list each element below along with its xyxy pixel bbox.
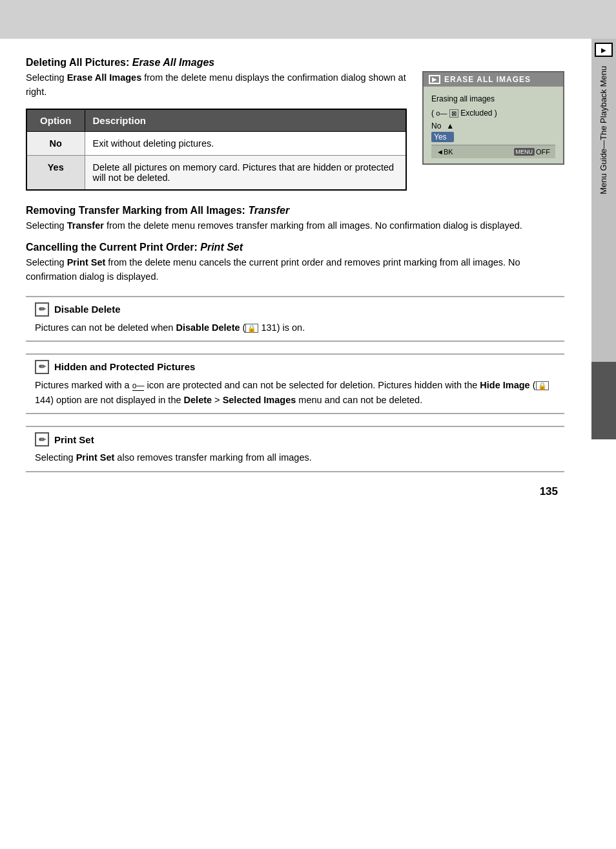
note3-title-text: Print Set — [54, 434, 94, 445]
camera-ui-line2: ( o— ⊠ Excluded ) — [431, 107, 555, 119]
section1-intro-bold: Erase All Images — [67, 72, 142, 83]
note2-body: Pictures marked with a o— icon are prote… — [35, 378, 555, 408]
table-row: No Exit without deleting pictures. — [26, 131, 406, 155]
camera-ui: ▶ ERASE ALL IMAGES Erasing all images ( … — [422, 71, 564, 165]
section1-title: Deleting All Pictures: Erase All Images — [26, 57, 564, 68]
options-table: Option Description No Exit without delet… — [26, 109, 407, 191]
section2-title-italic: Transfer — [248, 205, 289, 216]
note1-body-pre: Pictures can not be deleted when — [35, 322, 176, 333]
note3-box: ✏ Print Set Selecting Print Set also rem… — [26, 426, 564, 472]
section2-title: Removing Transfer Marking from All Image… — [26, 205, 564, 216]
top-bar — [0, 0, 616, 39]
note3-title: ✏ Print Set — [35, 432, 555, 446]
note2-title-text: Hidden and Protected Pictures — [54, 361, 195, 372]
section3-title-italic: Print Set — [200, 242, 243, 253]
section1-title-italic: Erase All Images — [132, 57, 214, 68]
camera-play-icon: ▶ — [429, 75, 440, 84]
section3-title-text: Cancelling the Current Print Order: — [26, 242, 200, 253]
note1-title: ✏ Disable Delete — [35, 302, 555, 317]
note3-icon: ✏ — [35, 432, 49, 446]
section3-title: Cancelling the Current Print Order: Prin… — [26, 242, 564, 253]
menu-badge: MENU — [514, 148, 535, 156]
top-section: Selecting Erase All Images from the dele… — [26, 71, 564, 191]
table-area: Selecting Erase All Images from the dele… — [26, 71, 407, 191]
section2-intro: Selecting Transfer from the delete menu … — [26, 219, 564, 233]
side-tab-label: Menu Guide—The Playback Menu — [599, 66, 610, 194]
section3-intro: Selecting Print Set from the delete menu… — [26, 256, 564, 284]
table-header-option: Option — [26, 109, 85, 132]
table-cell-option-yes: Yes — [26, 155, 85, 190]
note3-body-pre: Selecting — [35, 452, 76, 463]
section2-title-text: Removing Transfer Marking from All Image… — [26, 205, 248, 216]
section2-intro-rest: from the delete menu removes transfer ma… — [104, 220, 522, 231]
table-row: Yes Delete all pictures on memory card. … — [26, 155, 406, 190]
note2-icon: ✏ — [35, 360, 49, 374]
table-cell-desc-yes: Delete all pictures on memory card. Pict… — [85, 155, 406, 190]
camera-option-no: No ▲ — [431, 121, 454, 131]
note1-icon: ✏ — [35, 302, 49, 317]
playback-icon: ▶ — [595, 43, 613, 57]
note2-bold3: Selected Images — [223, 395, 296, 405]
note1-title-text: Disable Delete — [54, 304, 121, 315]
page-number: 135 — [26, 485, 564, 498]
section1-intro: Selecting Erase All Images from the dele… — [26, 71, 407, 100]
note2-title: ✏ Hidden and Protected Pictures — [35, 360, 555, 374]
camera-ui-title: ERASE ALL IMAGES — [444, 75, 531, 84]
note1-body: Pictures can not be deleted when Disable… — [35, 320, 555, 335]
note1-body-num: 131) is on. — [258, 322, 305, 333]
camera-ui-header: ▶ ERASE ALL IMAGES — [424, 72, 563, 87]
camera-off-label: OFF — [536, 148, 550, 156]
note2-box: ✏ Hidden and Protected Pictures Pictures… — [26, 353, 564, 414]
note1-body-bold: Disable Delete — [176, 322, 240, 333]
main-content: Deleting All Pictures: Erase All Images … — [0, 39, 616, 511]
note1-ref-icon: 🔒 — [245, 324, 258, 333]
note3-body-post: also removes transfer marking from all i… — [114, 452, 311, 463]
camera-ui-line1: Erasing all images — [431, 93, 555, 105]
table-cell-option-no: No — [26, 131, 85, 155]
camera-back-btn: ◄BK — [436, 148, 453, 156]
camera-ui-footer: ◄BK MENU OFF — [431, 145, 555, 158]
camera-option-yes: Yes — [431, 132, 454, 142]
note2-bold1: Hide Image — [480, 380, 529, 390]
side-tab-dark — [591, 362, 616, 439]
note3-body: Selecting Print Set also removes transfe… — [35, 450, 555, 465]
camera-menu-off: MENU OFF — [514, 148, 551, 156]
note1-box: ✏ Disable Delete Pictures can not be del… — [26, 296, 564, 342]
note2-bold2: Delete — [184, 395, 212, 405]
section1-title-text: Deleting All Pictures: — [26, 57, 132, 68]
table-header-description: Description — [85, 109, 406, 132]
section2-intro-bold: Transfer — [67, 220, 104, 231]
table-cell-desc-no: Exit without deleting pictures. — [85, 131, 406, 155]
note3-body-bold: Print Set — [76, 452, 115, 463]
camera-ui-body: Erasing all images ( o— ⊠ Excluded ) No … — [424, 87, 563, 163]
camera-ui-options: No ▲ Yes — [431, 121, 555, 142]
section3-intro-bold: Print Set — [67, 257, 106, 267]
